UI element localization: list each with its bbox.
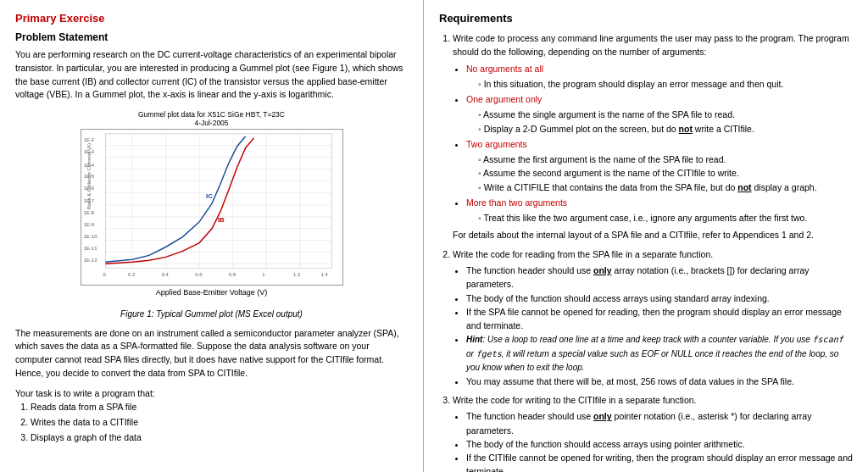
req-3-bullet-2: The body of the function should access a… — [466, 437, 853, 451]
task-intro: Your task is to write a program that: — [15, 387, 408, 401]
task-list: Reads data from a SPA file Writes the da… — [31, 400, 408, 446]
measurements-paragraph: The measurements are done on an instrume… — [15, 327, 408, 380]
one-arg-subs: Assume the single argument is the name o… — [466, 108, 853, 136]
svg-text:1: 1 — [262, 272, 264, 277]
left-panel: Primary Exercise Problem Statement You a… — [0, 0, 424, 472]
req-item-1: Write code to process any command line a… — [453, 31, 853, 242]
svg-text:0.2: 0.2 — [128, 272, 135, 277]
req-3-bullet-3: If the CITIfile cannot be opened for wri… — [466, 451, 853, 472]
right-panel: Requirements Write code to process any c… — [424, 0, 868, 472]
more-args-subs: Treat this like the two argument case, i… — [466, 211, 853, 225]
no-args-subs: In this situation, the program should di… — [466, 77, 853, 91]
intro-paragraph: You are performing research on the DC cu… — [15, 48, 408, 102]
two-args-label: Two arguments — [466, 139, 527, 149]
no-args-sub-1: In this situation, the program should di… — [478, 77, 853, 91]
requirements-list: Write code to process any command line a… — [439, 31, 853, 472]
req-2-bullet-1: The function header should use only arra… — [466, 264, 853, 292]
one-arg-sub-2: Display a 2-D Gummel plot on the screen,… — [478, 122, 853, 136]
svg-text:0.6: 0.6 — [195, 272, 203, 277]
req-item-2: Write the code for reading from the SPA … — [453, 247, 853, 388]
svg-text:1E-8: 1E-8 — [83, 210, 94, 215]
req-3-bullets: The function header should use only poin… — [453, 409, 853, 472]
two-args-sub-3: Write a CITIFILE that contains the data … — [478, 180, 853, 194]
chart-caption: Figure 1: Typical Gummel plot (MS Excel … — [120, 309, 303, 319]
one-arg-sub-1: Assume the single argument is the name o… — [478, 108, 853, 121]
req-1-footer: For details about the internal layout of… — [453, 228, 853, 242]
chart-title: Gummel plot data for X51C SiGe HBT, T=23… — [138, 110, 285, 127]
svg-text:1.2: 1.2 — [292, 272, 299, 277]
svg-text:1.4: 1.4 — [320, 272, 328, 277]
req-1-bullet-3: Two arguments Assume the first argument … — [466, 137, 853, 194]
req-1-bullets: No arguments at all In this situation, t… — [453, 62, 853, 225]
svg-text:0.4: 0.4 — [161, 272, 169, 277]
no-args-label: No arguments at all — [466, 64, 543, 74]
req-2-bullet-5: You may assume that there will be, at mo… — [466, 375, 853, 388]
svg-text:Base & Collector Currents (A): Base & Collector Currents (A) — [86, 143, 91, 209]
chart-svg: 1E-2 1E-3 1E-4 1E-5 1E-6 1E-7 1E-8 1E-9 … — [81, 130, 342, 285]
req-item-3: Write the code for writing to the CITIfi… — [453, 393, 853, 472]
req-1-bullet-2: One argument only Assume the single argu… — [466, 92, 853, 136]
req-2-bullet-4: Hint: Use a loop to read one line at a t… — [466, 332, 853, 375]
req-2-bullets: The function header should use only arra… — [453, 264, 853, 388]
req-1-bullet-4: More than two arguments Treat this like … — [466, 196, 853, 225]
x-axis-label: Applied Base-Emitter Voltage (V) — [156, 287, 268, 299]
req-3-text: Write the code for writing to the CITIfi… — [453, 395, 697, 405]
req-1-bullet-1: No arguments at all In this situation, t… — [466, 62, 853, 92]
svg-text:IC: IC — [206, 192, 213, 200]
req-2-bullet-3: If the SPA file cannot be opened for rea… — [466, 305, 853, 333]
problem-statement-title: Problem Statement — [15, 31, 408, 43]
svg-text:1E-11: 1E-11 — [83, 246, 97, 251]
more-args-sub-1: Treat this like the two argument case, i… — [478, 211, 853, 225]
req-1-text: Write code to process any command line a… — [453, 33, 849, 57]
gummel-plot-chart: 1E-2 1E-3 1E-4 1E-5 1E-6 1E-7 1E-8 1E-9 … — [81, 129, 343, 286]
task-item-2: Writes the data to a CITIfile — [31, 415, 408, 430]
svg-text:1E-10: 1E-10 — [83, 234, 97, 239]
chart-container: Gummel plot data for X51C SiGe HBT, T=23… — [15, 110, 408, 319]
svg-text:IB: IB — [217, 216, 224, 224]
two-args-sub-1: Assume the first argument is the name of… — [478, 153, 853, 166]
svg-text:0: 0 — [103, 272, 106, 277]
req-2-bullet-2: The body of the function should access a… — [466, 292, 853, 305]
more-args-label: More than two arguments — [466, 197, 567, 208]
requirements-title: Requirements — [439, 12, 853, 25]
one-arg-label: One argument only — [466, 94, 542, 104]
req-2-text: Write the code for reading from the SPA … — [453, 249, 713, 259]
two-args-subs: Assume the first argument is the name of… — [466, 153, 853, 194]
svg-text:1E-9: 1E-9 — [83, 222, 94, 227]
two-args-sub-2: Assume the second argument is the name o… — [478, 166, 853, 180]
svg-text:1E-2: 1E-2 — [83, 137, 94, 142]
svg-text:0.8: 0.8 — [228, 272, 236, 277]
primary-exercise-title: Primary Exercise — [15, 12, 408, 25]
svg-text:1E-12: 1E-12 — [83, 258, 97, 263]
task-item-3: Displays a graph of the data — [31, 430, 408, 446]
svg-rect-11 — [105, 134, 331, 268]
req-3-bullet-1: The function header should use only poin… — [466, 409, 853, 437]
task-item-1: Reads data from a SPA file — [31, 400, 408, 415]
